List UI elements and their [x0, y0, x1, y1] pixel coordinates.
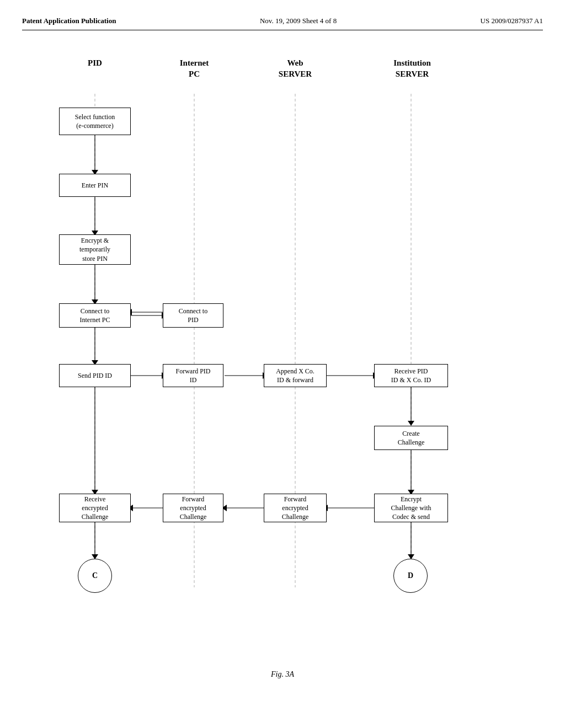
connect-to-internet-pc-box: Connect toInternet PC: [59, 303, 131, 328]
enter-pin-box: Enter PIN: [59, 174, 131, 197]
connect-to-pid-box: Connect toPID: [163, 303, 223, 328]
receive-encrypted-challenge-box: ReceiveencryptedChallenge: [59, 494, 131, 522]
col-header-web-server: WebSERVER: [259, 58, 331, 79]
col-header-pid: PID: [54, 58, 136, 69]
svg-marker-17: [408, 421, 414, 426]
diagram: PID InternetPC WebSERVER InstitutionSERV…: [23, 52, 542, 659]
header-center: Nov. 19, 2009 Sheet 4 of 8: [260, 17, 337, 25]
forward-pid-id-box: Forward PIDID: [163, 364, 223, 387]
terminal-d: D: [393, 559, 428, 593]
forward-encrypted-challenge-ipc-box: ForwardencryptedChallenge: [163, 494, 223, 522]
page: Patent Application Publication Nov. 19, …: [0, 0, 565, 728]
select-function-box: Select function(e-commerce): [59, 108, 131, 135]
header-left: Patent Application Publication: [22, 17, 116, 25]
receive-pid-id-box: Receive PIDID & X Co. ID: [374, 364, 448, 387]
col-header-internet-pc: InternetPC: [158, 58, 230, 79]
encrypt-challenge-send-box: EncryptChallenge withCodec & send: [374, 494, 448, 522]
figure-caption: Fig. 3A: [22, 670, 543, 679]
page-header: Patent Application Publication Nov. 19, …: [22, 17, 543, 30]
append-xco-id-box: Append X Co.ID & forward: [264, 364, 327, 387]
encrypt-store-pin-box: Encrypt &temporarilystore PIN: [59, 234, 131, 265]
forward-encrypted-challenge-ws-box: ForwardencryptedChallenge: [264, 494, 327, 522]
col-header-institution-server: InstitutionSERVER: [371, 58, 454, 79]
header-right: US 2009/0287937 A1: [481, 17, 543, 25]
create-challenge-box: CreateChallenge: [374, 426, 448, 450]
terminal-c: C: [78, 559, 112, 593]
send-pid-id-box: Send PID ID: [59, 364, 131, 387]
